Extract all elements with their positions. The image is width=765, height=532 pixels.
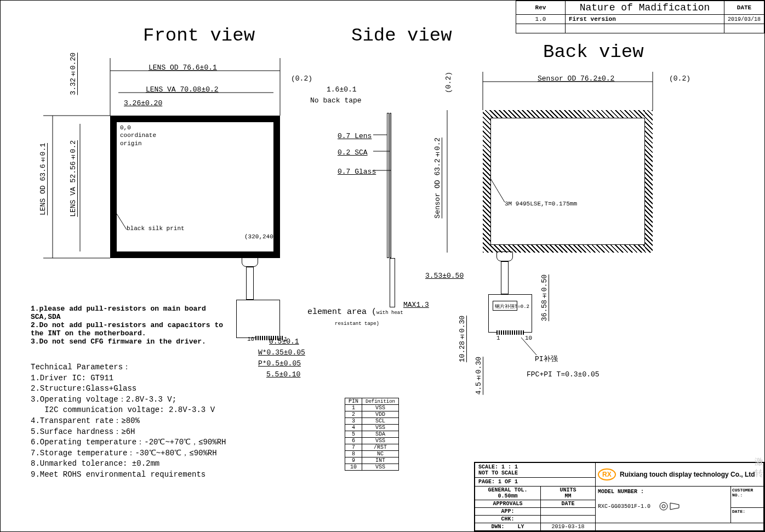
note-1: 1.please add pull-resistors on main boar… — [31, 305, 233, 321]
side-view-title: Side view — [351, 25, 452, 46]
date-header: DATE — [724, 1, 764, 15]
watermark: 激转 — [755, 456, 763, 479]
units-label: UNITS — [560, 487, 576, 493]
rev-value: 1.0 — [516, 15, 565, 24]
back-view-group: Sensor OD 76.2±0.2 (0.2) Sensor OD 63.2±… — [433, 66, 702, 395]
tech-p5: 5.Surface hardness：≥6H — [31, 427, 261, 438]
pin-5-def: SDA — [362, 431, 399, 438]
no-back-tape: No back tape — [310, 96, 362, 105]
date-label: DATE — [561, 501, 574, 507]
rx-logo-icon: RX — [598, 468, 616, 480]
front-view-title: Front view — [143, 25, 255, 46]
tech-title: Technical Parameters： — [31, 362, 261, 373]
pin-7-def: /RST — [362, 444, 399, 451]
back-dim-lines — [433, 66, 702, 395]
tech-p3: 3.Operating voltage：2.8V-3.3 V; — [31, 394, 261, 405]
gtol-label: GENERAL TOL. — [488, 487, 527, 493]
svg-point-19 — [662, 505, 665, 508]
nature-header: Nature of Madification — [565, 1, 724, 15]
fpc-pad — [236, 300, 280, 338]
dim-p05: P*0.5±0.05 — [258, 359, 301, 368]
pin-table: PINDefinition 1VSS 2VDD 3SCL 4VSS 5SDA 6… — [345, 398, 399, 471]
dim-0-5: 0.5±0.1 — [269, 337, 299, 346]
title-block: SCALE: 1 : 1 NOT TO SCALE RX Ruixiang to… — [474, 462, 764, 531]
pin-header: PIN — [345, 398, 362, 405]
customer-label: CUSTOMER NO.: — [732, 488, 753, 497]
revision-table: Rev Nature of Madification DATE 1.0 Firs… — [516, 1, 764, 33]
dwn-date: 2019-03-18 — [541, 523, 596, 531]
projection-icon — [658, 501, 680, 512]
def-header: Definition — [362, 398, 399, 405]
front-dim-lines — [39, 55, 296, 274]
rev-header: Rev — [516, 1, 565, 15]
tech-p9: 9.Meet ROHS environmental requirements — [31, 470, 261, 480]
scale-label: SCALE: 1 : 1 — [478, 464, 518, 470]
tech-params: Technical Parameters： 1.Driver IC: GT911… — [31, 362, 261, 480]
approvals-label: APPROVALS — [493, 501, 522, 507]
tech-p7: 7.Storage temperature：-30℃~+80℃，≤90%RH — [31, 448, 261, 459]
nts-label: NOT TO SCALE — [478, 470, 518, 476]
sca-thickness: 0.2 SCA — [338, 148, 368, 157]
glass-thickness: 0.7 Glass — [338, 168, 376, 176]
tech-p1: 1.Driver IC: GT911 — [31, 373, 261, 384]
lens-thickness: 0.7 Lens — [338, 132, 372, 140]
tech-p4: 4.Transparent rate：≥80% — [31, 416, 261, 427]
pin-10-def: VSS — [362, 464, 399, 471]
pin-6-def: VSS — [362, 438, 399, 444]
chk-label: CHK: — [501, 516, 514, 522]
pin-4-def: VSS — [362, 425, 399, 431]
side-tail — [390, 258, 395, 307]
tech-p3b: I2C communication voltage: 2.8V-3.3 V — [31, 405, 261, 416]
company-name: Ruixiang touch display technology Co., L… — [620, 471, 755, 478]
gtol-value: 0.50mm — [498, 493, 517, 499]
dim-5-5: 5.5±0.10 — [266, 370, 300, 379]
date-value: 2019/03/18 — [724, 15, 764, 24]
nature-value: First version — [565, 15, 724, 24]
pin-3-def: SCL — [362, 418, 399, 425]
pin-9-def: INT — [362, 457, 399, 464]
tech-p8: 8.Unmarked tolerance: ±0.2mm — [31, 459, 261, 470]
pin-10-front: 10 — [247, 336, 254, 342]
element-area-label: element area (with heat — [307, 307, 403, 317]
notes-block: 1.please add pull-resistors on main boar… — [31, 305, 233, 346]
tech-p2: 2.Structure:Glass+Glass — [31, 384, 261, 394]
pin-1-def: VSS — [362, 405, 399, 411]
dwn-value: LY — [518, 524, 524, 530]
dwn-label: DWN: — [491, 524, 504, 530]
side-view-group: 1.6±0.1 No back tape 0.7 Lens 0.2 SCA 0.… — [307, 77, 433, 340]
front-view-group: LENS OD 76.6±0.1 LENS VA 70.08±0.2 3.26±… — [39, 55, 296, 318]
note-3: 3.Do not send CFG firmware in the driver… — [31, 337, 233, 346]
dim-w035: W*0.35±0.05 — [258, 348, 305, 357]
pin-2-def: VDD — [362, 411, 399, 418]
back-view-title: Back view — [543, 42, 644, 62]
units-value: MM — [564, 493, 571, 499]
svg-point-18 — [660, 502, 667, 510]
thickness-label: 1.6±0.1 — [327, 85, 357, 94]
tech-p6: 6.Operating temperature：-20℃~+70℃，≤90%RH — [31, 437, 261, 448]
app-label: APP: — [501, 508, 514, 514]
date-field: DATE: — [732, 509, 745, 514]
max-1-3: MAX1.3 — [403, 301, 429, 309]
element-area-2: resistant tape) — [335, 321, 379, 327]
pin-8-def: NC — [362, 451, 399, 457]
model-value: RXC-GG03501F-1.0 — [598, 504, 650, 510]
note-2: 2.Do not add pull-resistors and capacito… — [31, 321, 233, 337]
page-label: PAGE: 1 OF 1 — [478, 479, 518, 485]
side-leaders — [373, 110, 395, 176]
model-label: MODEL NUMBER : — [598, 489, 644, 495]
